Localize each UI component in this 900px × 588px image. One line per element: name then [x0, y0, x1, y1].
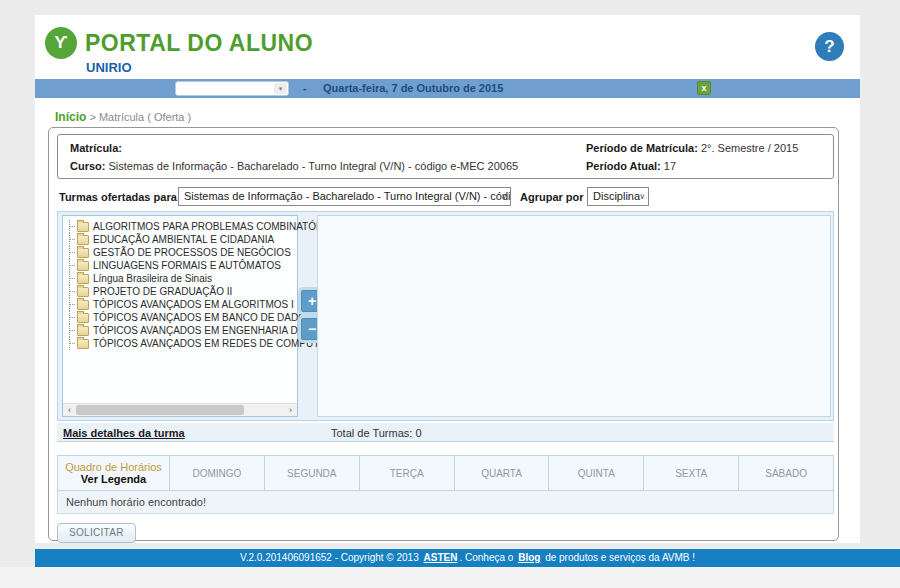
- tree-item[interactable]: LINGUAGENS FORMAIS E AUTÔMATOS: [66, 259, 296, 272]
- horizontal-scrollbar[interactable]: ‹ ›: [63, 403, 297, 416]
- tree-item[interactable]: EDUCAÇÃO AMBIENTAL E CIDADANIA: [66, 233, 296, 246]
- tree-expand-icon[interactable]: [66, 311, 77, 324]
- close-icon[interactable]: x: [697, 81, 711, 95]
- turmas-split-area: ALGORITMOS PARA PROBLEMAS COMBINATÓRIOS …: [57, 211, 834, 421]
- page: ϒ PORTAL DO ALUNO UNIRIO ? ▾ - Quarta-fe…: [0, 0, 900, 588]
- folder-icon: [77, 326, 89, 336]
- solicitar-button[interactable]: SOLICITAR: [57, 523, 136, 543]
- blog-link[interactable]: Blog: [518, 552, 540, 563]
- curso-value: Sistemas de Informação - Bacharelado - T…: [109, 160, 519, 172]
- turmas-info-row: Mais detalhes da turma Total de Turmas: …: [57, 423, 834, 442]
- periodo-atual-label: Período Atual:: [586, 160, 661, 172]
- institution-name: UNIRIO: [86, 60, 132, 75]
- tree-item[interactable]: TÓPICOS AVANÇADOS EM BANCO DE DADOS II: [66, 311, 296, 324]
- periodo-matricula-value: 2°. Semestre / 2015: [701, 142, 798, 154]
- scroll-left-icon[interactable]: ‹: [63, 404, 76, 416]
- curso-label: Curso:: [70, 160, 105, 172]
- tree-expand-icon[interactable]: [66, 285, 77, 298]
- bottom-margin: [0, 567, 900, 588]
- agrupar-por-label: Agrupar por: [520, 191, 584, 203]
- folder-icon: [77, 222, 89, 232]
- total-turmas-label: Total de Turmas:: [331, 427, 412, 439]
- scroll-right-icon[interactable]: ›: [284, 404, 297, 416]
- day-header-domingo: DOMINGO: [170, 456, 265, 490]
- day-header-quarta: QUARTA: [455, 456, 550, 490]
- tree-item[interactable]: Língua Brasileira de Sinais: [66, 272, 296, 285]
- top-toolbar: ▾ - Quarta-feira, 7 de Outubro de 2015 x: [35, 79, 860, 98]
- tree-item[interactable]: TÓPICOS AVANÇADOS EM REDES DE COMPUTADOR…: [66, 337, 296, 350]
- toolbar-dropdown[interactable]: ▾: [175, 81, 289, 96]
- current-date: Quarta-feira, 7 de Outubro de 2015: [323, 82, 503, 94]
- tree-expand-icon[interactable]: [66, 233, 77, 246]
- tree-item-label: PROJETO DE GRADUAÇÃO II: [93, 286, 232, 297]
- periodo-matricula-label: Período de Matrícula:: [586, 142, 698, 154]
- tree-item[interactable]: ALGORITMOS PARA PROBLEMAS COMBINATÓRIOS: [66, 220, 296, 233]
- tree-expand-icon[interactable]: [66, 220, 77, 233]
- schedule-corner-cell: Quadro de Horários Ver Legenda: [58, 456, 170, 490]
- schedule-header-row: Quadro de Horários Ver Legenda DOMINGO S…: [57, 455, 834, 491]
- tree-item[interactable]: TÓPICOS AVANÇADOS EM ALGORITMOS I: [66, 298, 296, 311]
- disciplinas-tree-panel: ALGORITMOS PARA PROBLEMAS COMBINATÓRIOS …: [62, 215, 298, 417]
- turmas-filter-row: Turmas ofertadas para o curso Sistemas d…: [57, 187, 834, 207]
- day-header-quinta: QUINTA: [549, 456, 644, 490]
- tree-item[interactable]: GESTÃO DE PROCESSOS DE NEGÓCIOS: [66, 246, 296, 259]
- chevron-down-icon: ∨: [639, 192, 645, 201]
- chevron-down-icon: ∨: [501, 192, 507, 201]
- total-turmas-value: 0: [415, 427, 421, 439]
- tree-item[interactable]: TÓPICOS AVANÇADOS EM ENGENHARIA DE SOFTW…: [66, 324, 296, 337]
- schedule-empty-message: Nenhum horário encontrado!: [57, 491, 834, 514]
- tree-item-label: TÓPICOS AVANÇADOS EM ALGORITMOS I: [93, 299, 294, 310]
- tree-expand-icon[interactable]: [66, 272, 77, 285]
- matricula-info-box: Matrícula: Curso: Sistemas de Informação…: [57, 134, 834, 179]
- turmas-selecionadas-panel: [317, 215, 831, 417]
- footer-version-text: V.2.0.201406091652 - Copyright © 2013: [240, 552, 419, 563]
- footer-middle-text: . Conheça o: [459, 552, 513, 563]
- ver-legenda-link[interactable]: Ver Legenda: [81, 473, 146, 485]
- folder-icon: [77, 235, 89, 245]
- scrollbar-thumb[interactable]: [76, 405, 244, 415]
- tree-item-label: TÓPICOS AVANÇADOS EM BANCO DE DADOS II: [93, 312, 321, 323]
- tree-expand-icon[interactable]: [66, 259, 77, 272]
- folder-icon: [77, 339, 89, 349]
- tree-item[interactable]: PROJETO DE GRADUAÇÃO II: [66, 285, 296, 298]
- mais-detalhes-link[interactable]: Mais detalhes da turma: [63, 427, 185, 439]
- total-turmas: Total de Turmas: 0: [331, 427, 422, 439]
- tree-expand-icon[interactable]: [66, 246, 77, 259]
- chevron-down-icon[interactable]: ▾: [274, 83, 287, 94]
- tree-item-label: ALGORITMOS PARA PROBLEMAS COMBINATÓRIOS: [93, 221, 340, 232]
- tree-item-label: EDUCAÇÃO AMBIENTAL E CIDADANIA: [93, 234, 274, 245]
- breadcrumb-home-link[interactable]: Início: [55, 110, 86, 124]
- day-header-terca: TERÇA: [360, 456, 455, 490]
- content-panel: Matrícula: Curso: Sistemas de Informação…: [48, 127, 839, 541]
- breadcrumb-current: > Matrícula ( Oferta ): [89, 111, 191, 123]
- folder-icon: [77, 274, 89, 284]
- tree-item-label: GESTÃO DE PROCESSOS DE NEGÓCIOS: [93, 247, 291, 258]
- tree-expand-icon[interactable]: [66, 298, 77, 311]
- tree-item-label: Língua Brasileira de Sinais: [93, 273, 212, 284]
- curso-select-value: Sistemas de Informação - Bacharelado - T…: [184, 190, 511, 202]
- asten-link[interactable]: ASTEN: [424, 552, 458, 563]
- footer-end-text: de produtos e serviços da AVMB !: [545, 552, 695, 563]
- folder-icon: [77, 287, 89, 297]
- main-window: ϒ PORTAL DO ALUNO UNIRIO ? ▾ - Quarta-fe…: [35, 15, 860, 543]
- tree-item-label: LINGUAGENS FORMAIS E AUTÔMATOS: [93, 260, 281, 271]
- page-title: PORTAL DO ALUNO: [85, 30, 313, 57]
- matricula-label: Matrícula:: [70, 142, 122, 154]
- day-header-sexta: SEXTA: [644, 456, 739, 490]
- tree-expand-icon[interactable]: [66, 324, 77, 337]
- day-header-sabado: SÁBADO: [739, 456, 833, 490]
- agrupar-select[interactable]: Disciplina ∨: [587, 187, 649, 206]
- folder-icon: [77, 261, 89, 271]
- schedule-table: Quadro de Horários Ver Legenda DOMINGO S…: [57, 455, 834, 514]
- curso-select[interactable]: Sistemas de Informação - Bacharelado - T…: [178, 187, 511, 206]
- disciplinas-tree: ALGORITMOS PARA PROBLEMAS COMBINATÓRIOS …: [66, 220, 296, 350]
- folder-icon: [77, 313, 89, 323]
- periodo-atual-value: 17: [664, 160, 676, 172]
- breadcrumb: Início > Matrícula ( Oferta ): [55, 110, 191, 124]
- help-icon[interactable]: ?: [815, 32, 844, 61]
- toolbar-separator: -: [303, 82, 307, 94]
- tree-expand-icon[interactable]: [66, 337, 77, 350]
- portal-logo-icon: ϒ: [45, 27, 77, 59]
- folder-icon: [77, 248, 89, 258]
- quadro-horarios-title: Quadro de Horários: [65, 461, 162, 473]
